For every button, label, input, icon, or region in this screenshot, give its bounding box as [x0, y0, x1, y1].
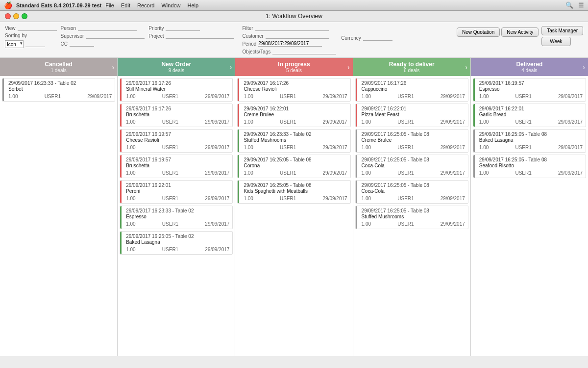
card-date: 29/09/2017	[441, 145, 465, 150]
menu-items: File Edit Record Window Help	[105, 2, 198, 8]
objects-tags-input[interactable]	[272, 49, 336, 54]
kanban-card[interactable]: 29/09/2017 16:23:33 - Table 02 Sorbet 1.…	[2, 78, 115, 102]
card-title: Seafood Risotto	[479, 163, 583, 168]
kanban-card[interactable]: 29/09/2017 16:22:01 Garlic Bread 1.00 US…	[473, 104, 586, 127]
apple-logo[interactable]: 🍎	[4, 1, 12, 9]
kanban-card[interactable]: 29/09/2017 16:17:26 Still Mineral Water …	[120, 78, 233, 102]
column-deals-count: 9 deals	[169, 68, 184, 73]
card-footer: 1.00 USER1 29/09/2017	[244, 145, 347, 150]
minimize-button[interactable]	[13, 13, 19, 19]
menu-help[interactable]: Help	[188, 2, 199, 8]
card-user: USER1	[162, 145, 178, 150]
card-user: USER1	[162, 94, 178, 99]
kanban-card[interactable]: 29/09/2017 16:25:05 - Table 08 Creme Bru…	[355, 129, 468, 153]
card-datetime: 29/09/2017 16:25:05 - Table 08	[244, 157, 347, 162]
kanban-card[interactable]: 29/09/2017 16:19:57 Cheese Ravioli 1.00 …	[120, 129, 233, 153]
view-input[interactable]	[18, 25, 57, 31]
kanban-card[interactable]: 29/09/2017 16:19:57 Espresso 1.00 USER1 …	[473, 78, 586, 102]
column-deals-count: 1 deals	[50, 68, 66, 73]
sorting-label: Sorting by	[5, 33, 27, 38]
card-footer: 1.00 USER1 29/09/2017	[126, 247, 229, 252]
cc-value-input[interactable]	[70, 41, 94, 47]
column-arrow-icon: ›	[465, 63, 467, 71]
kanban-card[interactable]: 29/09/2017 16:25:05 - Table 08 Baked Las…	[473, 129, 586, 153]
card-indicator	[238, 155, 239, 178]
column-deals-count: 6 deals	[404, 68, 419, 73]
project-input[interactable]	[166, 33, 234, 39]
card-title: Creme Brulee	[362, 137, 465, 143]
menu-window[interactable]: Window	[161, 2, 180, 8]
action-buttons: New Quotation New Activity Task Manager …	[457, 25, 583, 46]
kanban-board: Cancelled1 deals› 29/09/2017 16:23:33 - …	[0, 58, 588, 356]
card-indicator	[473, 155, 475, 178]
close-button[interactable]	[5, 13, 11, 19]
new-activity-button[interactable]: New Activity	[501, 27, 539, 37]
kanban-card[interactable]: 29/09/2017 16:17:26 Bruschetta 1.00 USER…	[120, 104, 233, 127]
card-indicator	[238, 181, 239, 203]
kanban-card[interactable]: 29/09/2017 16:25:05 - Table 08 Seafood R…	[473, 155, 586, 178]
maximize-button[interactable]	[22, 13, 27, 19]
person-input[interactable]	[78, 25, 137, 31]
card-footer: 1.00 USER1 29/09/2017	[126, 196, 229, 201]
card-title: Garlic Bread	[479, 112, 583, 117]
card-indicator	[120, 181, 122, 203]
card-qty: 1.00	[479, 145, 489, 150]
customer-input[interactable]	[266, 33, 329, 39]
card-date: 29/09/2017	[205, 119, 229, 125]
card-user: USER1	[162, 170, 178, 176]
card-title: Cheese Ravioli	[244, 86, 347, 92]
kanban-card[interactable]: 29/09/2017 16:23:33 - Table 02 Espresso …	[120, 206, 233, 229]
cc-input[interactable]	[25, 41, 45, 47]
currency-input[interactable]	[363, 35, 392, 41]
card-datetime: 29/09/2017 16:17:26	[244, 80, 347, 86]
week-button[interactable]: Week	[541, 37, 570, 46]
list-icon[interactable]: ☰	[578, 1, 584, 9]
kanban-card[interactable]: 29/09/2017 16:17:26 Cappuccino 1.00 USER…	[355, 78, 468, 102]
period-label: Period	[242, 41, 256, 47]
kanban-card[interactable]: 29/09/2017 16:23:33 - Table 02 Stuffed M…	[237, 129, 350, 153]
menu-edit[interactable]: Edit	[121, 2, 130, 8]
period-input[interactable]	[258, 41, 322, 47]
kanban-card[interactable]: 29/09/2017 16:25:05 - Table 08 Kids Spag…	[237, 180, 350, 204]
card-title: Creme Brulee	[244, 112, 347, 117]
menu-file[interactable]: File	[105, 2, 114, 8]
card-date: 29/09/2017	[205, 145, 229, 150]
card-datetime: 29/09/2017 16:19:57	[126, 157, 229, 162]
kanban-card[interactable]: 29/09/2017 16:25:05 - Table 08 Coca-Cola…	[355, 155, 468, 178]
kanban-card[interactable]: 29/09/2017 16:17:26 Cheese Ravioli 1.00 …	[237, 78, 350, 102]
card-datetime: 29/09/2017 16:25:05 - Table 08	[362, 157, 465, 162]
task-manager-button[interactable]: Task Manager	[541, 26, 583, 35]
column-body-inprogress: 29/09/2017 16:17:26 Cheese Ravioli 1.00 …	[235, 76, 352, 356]
card-indicator	[238, 79, 239, 101]
cc-label: CC	[61, 41, 68, 47]
filter-input[interactable]	[255, 25, 329, 31]
kanban-card[interactable]: 29/09/2017 16:25:05 - Table 08 Coca-Cola…	[355, 180, 468, 204]
column-title: Ready to deliver	[389, 61, 435, 68]
card-footer: 1.00 USER1 29/09/2017	[362, 196, 465, 201]
menu-record[interactable]: Record	[137, 2, 154, 8]
icon-select[interactable]: Icon	[5, 40, 24, 48]
kanban-card[interactable]: 29/09/2017 16:22:01 Creme Brulee 1.00 US…	[237, 104, 350, 127]
card-title: Sorbet	[8, 86, 112, 92]
toolbar: View Sorting by Icon Person Supervisor C…	[0, 22, 588, 58]
kanban-card[interactable]: 29/09/2017 16:19:57 Bruschetta 1.00 USER…	[120, 155, 233, 178]
kanban-card[interactable]: 29/09/2017 16:22:01 Pizza Meat Feast 1.0…	[355, 104, 468, 127]
kanban-card[interactable]: 29/09/2017 16:22:01 Peroni 1.00 USER1 29…	[120, 180, 233, 204]
card-date: 29/09/2017	[205, 94, 229, 99]
column-delivered: Delivered4 deals› 29/09/2017 16:19:57 Es…	[471, 58, 588, 356]
card-indicator	[238, 104, 239, 127]
kanban-card[interactable]: 29/09/2017 16:25:05 - Table 08 Corona 1.…	[237, 155, 350, 178]
card-datetime: 29/09/2017 16:25:05 - Table 08	[244, 183, 347, 188]
kanban-card[interactable]: 29/09/2017 16:25:05 - Table 02 Baked Las…	[120, 231, 233, 255]
priority-input[interactable]	[166, 25, 200, 31]
search-icon[interactable]: 🔍	[565, 1, 573, 9]
supervisor-input[interactable]	[86, 33, 145, 39]
card-title: Cappuccino	[362, 86, 465, 92]
card-datetime: 29/09/2017 16:19:57	[479, 80, 583, 86]
kanban-card[interactable]: 29/09/2017 16:25:05 - Table 08 Stuffed M…	[355, 206, 468, 229]
card-datetime: 29/09/2017 16:23:33 - Table 02	[244, 131, 347, 137]
column-header-ready: Ready to deliver6 deals›	[353, 58, 470, 76]
card-datetime: 29/09/2017 16:17:26	[126, 80, 229, 86]
card-date: 29/09/2017	[441, 94, 465, 99]
new-quotation-button[interactable]: New Quotation	[457, 27, 500, 37]
